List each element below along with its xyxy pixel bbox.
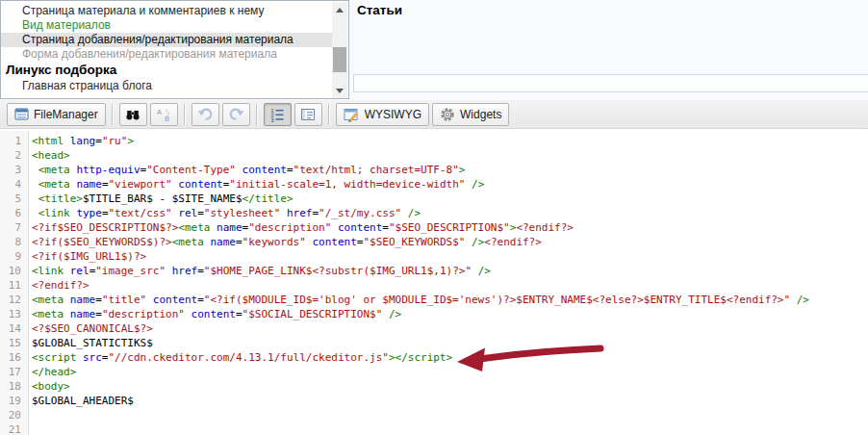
filemanager-icon	[14, 107, 29, 121]
template-list[interactable]: Страница материала и комментариев к нему…	[0, 0, 349, 99]
wysiwyg-button[interactable]: WYSIWYG	[336, 103, 429, 126]
code-line[interactable]	[32, 408, 868, 422]
code-line[interactable]: <head>	[32, 148, 868, 163]
redo-button[interactable]	[222, 103, 250, 126]
panel-input[interactable]	[353, 74, 868, 92]
search-button[interactable]	[119, 103, 147, 126]
redo-icon	[228, 107, 244, 122]
line-number: 5	[0, 192, 28, 206]
line-number-gutter: 123456789101112131415161718192021	[0, 131, 29, 435]
code-line[interactable]: <?if($IMG_URL1$)?>	[32, 249, 868, 264]
code-line[interactable]: <?$SEO_CANONICAL$?>	[32, 321, 868, 336]
line-number: 15	[0, 336, 28, 350]
template-list-item[interactable]: Страница добавления/редактирования матер…	[1, 33, 332, 47]
code-line[interactable]: <html lang="ru">	[32, 134, 868, 148]
line-numbers-toggle-button[interactable]: 123	[264, 103, 292, 126]
panel-view-icon	[300, 107, 316, 122]
toolbar-separator	[184, 104, 186, 125]
code-line[interactable]: <link type="text/css" rel="stylesheet" h…	[32, 206, 868, 220]
line-number: 10	[0, 264, 28, 278]
code-line[interactable]: <meta name="viewport" content="initial-s…	[32, 177, 868, 192]
filemanager-label: FileManager	[34, 108, 98, 121]
template-list-item: Форма добавления/редактирования материал…	[1, 47, 332, 62]
line-number: 19	[0, 394, 28, 408]
code-line[interactable]: </head>	[32, 365, 868, 379]
line-number: 17	[0, 365, 28, 379]
toolbar-separator	[112, 104, 114, 125]
template-list-scrollbar[interactable]	[332, 2, 347, 98]
undo-icon	[197, 107, 214, 122]
replace-button[interactable]: AB	[150, 103, 178, 126]
svg-text:3: 3	[271, 117, 274, 122]
replace-icon: AB	[156, 107, 171, 122]
code-line[interactable]: <meta name="title" content="<?if($MODULE…	[32, 293, 868, 307]
code-line[interactable]: <meta http-equiv="Content-Type" content=…	[32, 163, 868, 177]
line-number: 18	[0, 379, 28, 394]
template-list-item[interactable]: Страница материала и комментариев к нему	[1, 4, 332, 18]
template-list-item[interactable]: Главная страница блога	[1, 79, 332, 93]
line-number: 9	[0, 249, 28, 264]
panel-title: Статьи	[357, 3, 402, 17]
code-line[interactable]: <?endif?>	[32, 278, 868, 293]
scrollbar-thumb[interactable]	[333, 47, 346, 72]
code-lines: <html lang="ru"><head> <meta http-equiv=…	[32, 134, 868, 435]
scroll-down-button[interactable]	[332, 84, 347, 97]
toolbar-separator	[256, 104, 258, 125]
code-line[interactable]: <script src="//cdn.ckeditor.com/4.13.1/f…	[32, 350, 868, 365]
line-number: 11	[0, 278, 28, 293]
code-editor[interactable]: 123456789101112131415161718192021 <html …	[0, 131, 868, 435]
line-number: 7	[0, 220, 28, 235]
wysiwyg-label: WYSIWYG	[365, 108, 421, 121]
line-number: 12	[0, 293, 28, 307]
wysiwyg-editor-icon	[344, 107, 360, 122]
line-number: 13	[0, 307, 28, 321]
line-number: 16	[0, 350, 28, 365]
template-info-panel: Статьи	[349, 0, 868, 99]
svg-text:A: A	[157, 107, 162, 115]
filemanager-button[interactable]: FileManager	[7, 103, 106, 126]
search-binoculars-icon	[125, 107, 140, 122]
widgets-gear-icon	[440, 107, 455, 122]
scroll-up-button[interactable]	[332, 3, 347, 16]
code-line[interactable]: <body>	[32, 379, 868, 394]
template-list-item[interactable]: Вид материалов	[1, 18, 332, 33]
code-line[interactable]: <meta name="description" content="$SOCIA…	[32, 307, 868, 321]
code-line[interactable]: $GLOBAL_AHEADER$	[32, 394, 868, 408]
line-number: 3	[0, 163, 28, 177]
code-line[interactable]: <link rel="image_src" href="$HOME_PAGE_L…	[32, 264, 868, 278]
widgets-button[interactable]: Widgets	[432, 103, 509, 126]
template-group-header[interactable]: Линукс подборка	[1, 62, 332, 79]
toolbar-separator	[328, 104, 330, 125]
code-line[interactable]: $GLOBAL_STATICTIKS$	[32, 336, 868, 350]
arrow-down-icon	[336, 89, 344, 93]
line-number: 14	[0, 321, 28, 336]
undo-button[interactable]	[191, 103, 219, 126]
code-line[interactable]: <title>$TITLE_BAR$ - $SITE_NAME$</title>	[32, 192, 868, 206]
line-number: 6	[0, 206, 28, 220]
widgets-label: Widgets	[460, 108, 501, 121]
code-line[interactable]: <?if$SEO_DESCRIPTION$?><meta name="descr…	[32, 220, 868, 235]
line-numbers-icon: 123	[269, 107, 285, 122]
editor-toolbar: FileManager AB 123 WYSIWY	[0, 99, 868, 129]
panel-view-button[interactable]	[294, 103, 322, 126]
line-number: 1	[0, 134, 28, 148]
line-number: 8	[0, 235, 28, 249]
code-line[interactable]	[32, 422, 868, 435]
svg-text:B: B	[165, 115, 169, 122]
line-number: 4	[0, 177, 28, 192]
line-number: 20	[0, 408, 28, 422]
code-line[interactable]: <?if($SEO_KEYWORDS$)?><meta name="keywor…	[32, 235, 868, 249]
arrow-up-icon	[336, 8, 344, 13]
template-list-items: Страница материала и комментариев к нему…	[1, 4, 332, 93]
line-number: 2	[0, 148, 28, 163]
line-number: 21	[0, 422, 28, 435]
